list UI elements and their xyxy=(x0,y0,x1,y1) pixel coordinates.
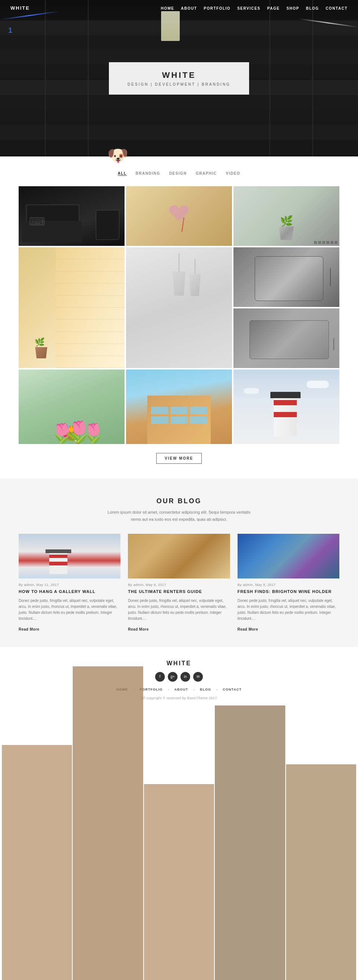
blog-description: Lorem ipsum dolor sit amet, consectetur … xyxy=(104,509,254,523)
filter-bar: ALL BRANDING DESIGN GRAPHIC VIDEO xyxy=(19,171,339,176)
blog-meta-3: By admin, May 9, 2017 xyxy=(238,583,339,587)
blog-image-3 xyxy=(238,534,339,579)
blog-image-1 xyxy=(19,534,120,579)
portfolio-item-lamp[interactable] xyxy=(126,247,232,368)
nav-item-services[interactable]: SERVICES xyxy=(237,6,260,10)
view-more-button[interactable]: VIEW MORE xyxy=(156,453,202,464)
view-more-wrapper: VIEW MORE xyxy=(19,444,339,468)
portfolio-item-plant[interactable]: 🌿 xyxy=(233,186,339,246)
portfolio-item-phone[interactable] xyxy=(233,247,339,307)
blog-meta-2: By admin, May 9, 2017 xyxy=(128,583,230,587)
blog-heading: OUR BLOG xyxy=(19,497,339,505)
filter-all[interactable]: ALL xyxy=(118,171,127,176)
blog-grid: By admin, May 11, 2017 HOW TO HANG A GAL… xyxy=(19,534,339,632)
nav-item-home[interactable]: HOME xyxy=(161,6,174,10)
portfolio-item-tulips[interactable]: 💐 🌷 🌷 🌷 xyxy=(19,369,125,444)
portfolio-item-lighthouse[interactable] xyxy=(233,369,339,444)
hero-subtitle: DESIGN | DEVELOPMENT | BRANDING xyxy=(128,82,230,86)
portfolio-item-building[interactable] xyxy=(126,369,232,444)
nav-item-shop[interactable]: SHOP xyxy=(286,6,299,10)
portfolio-item-tablet[interactable] xyxy=(233,309,339,368)
portfolio-item-window[interactable]: 🌿 xyxy=(19,247,125,368)
filter-graphic[interactable]: GRAPHIC xyxy=(196,171,217,176)
nav-item-about[interactable]: ABOUT xyxy=(181,6,197,10)
nav-item-contact[interactable]: CONTACT xyxy=(326,6,348,10)
portfolio-section: ALL BRANDING DESIGN GRAPHIC VIDEO xyxy=(0,156,358,479)
blog-image-2: 🐶 xyxy=(128,534,230,579)
filter-branding[interactable]: BRANDING xyxy=(136,171,160,176)
blog-card-3: By admin, May 9, 2017 FRESH FINDS: BRIGH… xyxy=(238,534,339,632)
hero-title: WHITE xyxy=(128,70,230,80)
blog-meta-1: By admin, May 11, 2017 xyxy=(19,583,120,587)
hero-card: WHITE DESIGN | DEVELOPMENT | BRANDING xyxy=(109,62,249,95)
nav-menu: HOME ABOUT PORTFOLIO SERVICES PAGE SHOP … xyxy=(161,5,348,11)
filter-video[interactable]: VIDEO xyxy=(226,171,241,176)
nav-item-blog[interactable]: BLOG xyxy=(306,6,319,10)
main-nav: WHITE HOME ABOUT PORTFOLIO SERVICES PAGE… xyxy=(0,0,358,16)
nav-logo[interactable]: WHITE xyxy=(10,5,30,11)
nav-item-page[interactable]: PAGE xyxy=(267,6,280,10)
portfolio-item-heart[interactable] xyxy=(126,186,232,246)
filter-design[interactable]: DESIGN xyxy=(169,171,187,176)
blog-section: OUR BLOG Lorem ipsum dolor sit amet, con… xyxy=(0,479,358,647)
portfolio-item-laptop[interactable] xyxy=(19,186,125,246)
hero-section: 1 WHITE DESIGN | DEVELOPMENT | BRANDING xyxy=(0,0,358,156)
portfolio-grid: 🌿 xyxy=(19,186,339,444)
nav-item-portfolio[interactable]: PORTFOLIO xyxy=(204,6,230,10)
